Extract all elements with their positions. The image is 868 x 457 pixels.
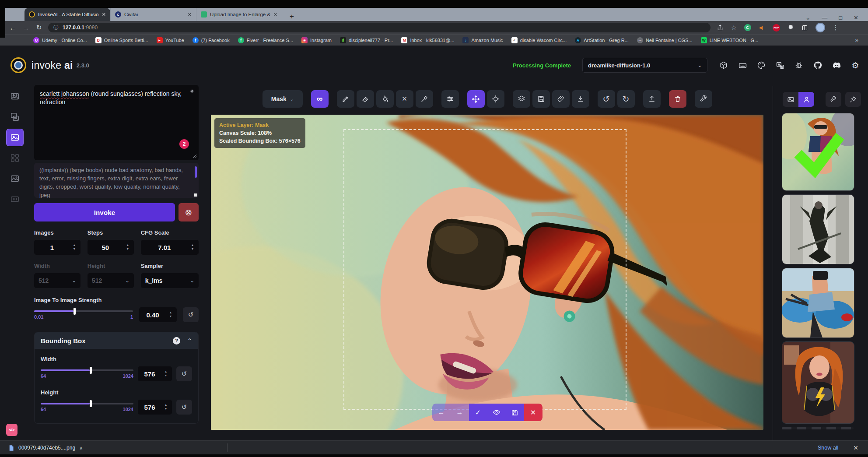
staging-save-button[interactable] [506, 404, 524, 421]
staging-next-button[interactable]: → [451, 404, 469, 421]
tab-unified-canvas[interactable] [6, 129, 24, 146]
strength-input[interactable]: 0.40 ▴▾ [139, 307, 177, 322]
eraser-tool-button[interactable] [357, 90, 374, 108]
stepper-down-icon[interactable]: ▾ [165, 407, 167, 411]
hotkeys-keyboard-icon[interactable] [738, 60, 747, 70]
bookmark-neil-fontaine[interactable]: ∞Neil Fontaine | CGS... [637, 37, 693, 43]
prompt-textarea[interactable]: scarlett johansson (round sunglasses) re… [34, 85, 199, 160]
help-icon[interactable]: ? [173, 337, 180, 345]
window-close-icon[interactable]: ✕ [854, 14, 858, 21]
stepper-down-icon[interactable]: ▾ [192, 247, 193, 251]
bookmark-wacom[interactable]: ✓disable Wacom Circ... [511, 37, 567, 43]
forward-icon[interactable]: → [19, 24, 32, 32]
model-select[interactable]: dreamlike-diffusion-1.0 ⌄ [582, 58, 707, 73]
stepper-down-icon[interactable]: ▾ [170, 315, 172, 319]
resize-handle-icon[interactable] [192, 154, 197, 158]
gallery-pin-button[interactable] [845, 92, 861, 107]
download-chevron-icon[interactable]: ∧ [79, 445, 83, 451]
bbox-width-slider[interactable] [41, 369, 133, 371]
bbox-height-reset-button[interactable]: ↺ [176, 400, 192, 415]
reload-icon[interactable]: ↻ [32, 24, 46, 32]
new-tab-button[interactable]: + [286, 12, 298, 21]
bookmark-sports-betting[interactable]: BOnline Sports Betti... [95, 37, 148, 43]
bbox-width-reset-button[interactable]: ↺ [176, 366, 192, 381]
bookmark-webtoon[interactable]: WLINE WEBTOON - G... [701, 37, 759, 43]
download-image-button[interactable] [572, 90, 589, 108]
redo-button[interactable]: ↻ [617, 90, 635, 108]
site-info-icon[interactable]: ⓘ [53, 24, 59, 32]
settings-gear-icon[interactable]: ⚙ [850, 60, 860, 70]
gallery-thumbnail[interactable] [782, 268, 854, 338]
images-stepper[interactable]: ▴▾ [70, 243, 80, 251]
tab-close-icon[interactable]: ✕ [273, 12, 277, 18]
staging-previous-button[interactable]: ← [432, 404, 451, 421]
bookmarks-overflow-icon[interactable]: » [855, 37, 868, 43]
stepper-down-icon[interactable]: ▾ [74, 247, 75, 251]
invoke-button[interactable]: Invoke [34, 203, 175, 221]
bookmark-amazon-music[interactable]: ♪Amazon Music [462, 37, 503, 43]
bookmark-star-icon[interactable]: ☆ [731, 24, 737, 31]
tab-nodes[interactable] [6, 149, 24, 167]
bug-report-icon[interactable] [794, 60, 804, 70]
staging-accept-button[interactable]: ✓ [469, 404, 487, 421]
bookmark-youtube[interactable]: ▶YouTube [157, 37, 184, 43]
save-to-gallery-button[interactable] [532, 90, 550, 108]
pin-icon[interactable] [188, 88, 195, 95]
tab-image-to-image[interactable] [6, 108, 24, 126]
github-icon[interactable] [813, 60, 822, 70]
bbox-height-slider[interactable] [41, 403, 133, 404]
tab-invokeai[interactable]: InvokeAI - A Stable Diffusion Too ✕ [24, 8, 110, 21]
color-picker-button[interactable] [416, 90, 433, 108]
bookmark-instagram[interactable]: ◉Instagram [301, 37, 332, 43]
console-toggle-button[interactable]: </> [6, 424, 18, 436]
window-restore-icon[interactable]: □ [839, 14, 842, 21]
merge-visible-button[interactable] [513, 90, 530, 108]
cancel-button[interactable]: ⊗ [178, 203, 199, 221]
gallery-person-view-button[interactable] [798, 92, 814, 107]
canvas-image[interactable]: Active Layer: Mask Canvas Scale: 108% Sc… [211, 115, 763, 430]
tab-close-icon[interactable]: ✕ [102, 12, 106, 18]
gallery-images-view-button[interactable] [783, 92, 798, 107]
bookmark-facebook[interactable]: f(7) Facebook [192, 37, 230, 43]
move-tool-button[interactable] [467, 90, 485, 108]
profile-avatar[interactable] [816, 23, 825, 32]
share-icon[interactable] [717, 24, 724, 31]
back-icon[interactable]: ← [6, 24, 19, 32]
browser-menu-kebab-icon[interactable]: ⋮ [833, 24, 839, 32]
bbox-width-input[interactable]: 576 ▴▾ [138, 366, 172, 381]
collapse-chevron-icon[interactable]: ⌃ [187, 337, 192, 344]
staging-discard-button[interactable]: ✕ [524, 404, 542, 421]
tab-training[interactable] [6, 190, 24, 208]
negative-prompt-textarea[interactable]: ((implants)) (large boobs) nude bad anat… [34, 163, 199, 198]
undo-button[interactable]: ↺ [598, 90, 615, 108]
layer-select[interactable]: Mask⌄ [262, 90, 303, 108]
brush-tool-button[interactable] [337, 90, 354, 108]
adblock-plus-icon[interactable]: ABP [773, 24, 780, 32]
gallery-scroll-strip[interactable] [782, 427, 854, 429]
width-select[interactable]: 512⌄ [34, 273, 80, 288]
gallery-thumbnail[interactable] [782, 341, 854, 424]
bounding-box-overlay[interactable] [343, 129, 626, 410]
bbox-width-handle[interactable] [90, 367, 92, 374]
steps-input[interactable]: 50 ▴▾ [88, 240, 134, 255]
tab-upload-image[interactable]: Upload Image to Enlarge & Enha ✕ [196, 8, 282, 21]
negative-resize-handle[interactable] [194, 193, 197, 197]
bounding-box-header[interactable]: Bounding Box ? ⌃ [35, 332, 198, 349]
bookmark-udemy[interactable]: UUdemy - Online Co... [33, 37, 87, 43]
extensions-puzzle-icon[interactable] [788, 25, 794, 31]
stepper-down-icon[interactable]: ▾ [165, 374, 167, 378]
bookmark-discipleneil[interactable]: ddiscipleneil777 - Pr... [340, 37, 393, 43]
theme-palette-icon[interactable] [756, 60, 766, 70]
stepper-down-icon[interactable]: ▾ [127, 247, 129, 251]
brush-options-button[interactable] [441, 90, 459, 108]
address-bar[interactable]: ⓘ 127.0.0.1 :9090 [48, 23, 710, 32]
gallery-thumbnail[interactable] [782, 194, 854, 264]
strength-slider-handle[interactable] [74, 308, 76, 315]
cfg-stepper[interactable]: ▴▾ [188, 243, 199, 251]
strength-slider[interactable] [34, 310, 133, 312]
bbox-height-stepper[interactable]: ▴▾ [161, 403, 172, 411]
bookmark-inbox[interactable]: MInbox - klk56831@... [401, 37, 454, 43]
upload-image-button[interactable] [643, 90, 661, 108]
bbox-height-input[interactable]: 576 ▴▾ [138, 400, 172, 415]
bookmark-fiverr[interactable]: fFiverr - Freelance S... [238, 37, 293, 43]
